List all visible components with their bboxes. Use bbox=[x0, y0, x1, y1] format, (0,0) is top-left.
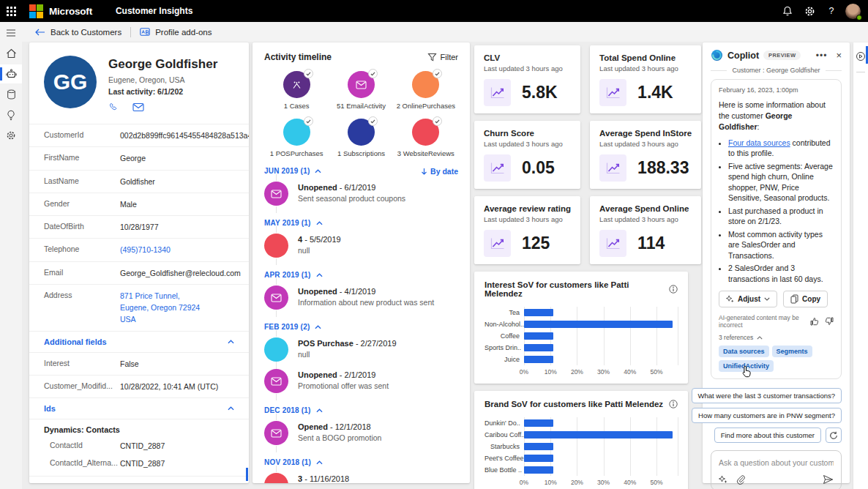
sidebar-item-insights[interactable] bbox=[0, 105, 22, 124]
field-label: Telephone bbox=[44, 244, 120, 253]
kpi-value: 0.05 bbox=[522, 158, 555, 178]
sidebar-item-data[interactable] bbox=[0, 85, 22, 104]
check-badge-icon bbox=[304, 116, 313, 126]
adjust-button[interactable]: Adjust bbox=[719, 291, 777, 307]
field-label: Customer_Modifid... bbox=[44, 381, 120, 390]
category-label: Sports Drin.. bbox=[484, 342, 524, 354]
additional-fields-header[interactable]: Additional fields bbox=[29, 331, 249, 352]
plain-activity-icon[interactable] bbox=[283, 119, 310, 146]
category-label: Dunkin' Do.. bbox=[484, 417, 524, 429]
more-options-icon[interactable]: ••• bbox=[816, 51, 828, 61]
kpi-card: Total Spend OnlineLast updated 3 hours a… bbox=[590, 45, 701, 113]
entry-description: null bbox=[298, 246, 341, 255]
field-value: CNTID_2887 bbox=[120, 440, 165, 452]
activity-summary: 1 Cases51 EmailActivity2 OnlinePurchases… bbox=[264, 71, 458, 157]
id-row: ContactIdCNTID_2887 bbox=[29, 437, 249, 455]
profile-addons-button[interactable]: Profile add-ons bbox=[140, 28, 212, 37]
data-sources-link[interactable]: Four data sources bbox=[728, 138, 790, 147]
home-icon bbox=[6, 48, 17, 59]
account-avatar[interactable] bbox=[845, 4, 861, 19]
back-to-customers-link[interactable]: Back to Customers bbox=[35, 28, 121, 37]
timeline-entry[interactable]: Opened - 12/1/2018Sent a BOGO promotion bbox=[264, 417, 458, 449]
ids-header[interactable]: Ids bbox=[29, 397, 249, 419]
profile-field-row: EmailGeorge_Goldfisher@relecloud.com bbox=[29, 261, 249, 284]
gridline bbox=[656, 307, 657, 365]
copilot-input-box[interactable] bbox=[711, 450, 842, 489]
sidebar-item-settings[interactable] bbox=[0, 126, 22, 145]
attach-paperclip-icon[interactable] bbox=[736, 475, 745, 485]
send-icon[interactable] bbox=[823, 474, 834, 485]
field-value[interactable]: 871 Price Tunnel, Eugene, Oregon 72924 U… bbox=[120, 290, 200, 326]
prompt-sparkle-icon[interactable] bbox=[719, 475, 727, 484]
timeline-month-header[interactable]: MAY 2019 (1) bbox=[264, 219, 458, 227]
timeline-entry[interactable]: Unopened - 2/1/2019Promotional offer was… bbox=[264, 365, 458, 397]
info-icon[interactable] bbox=[669, 285, 678, 294]
month-label: MAY 2019 (1) bbox=[264, 219, 311, 227]
regenerate-icon[interactable] bbox=[826, 428, 842, 443]
activity-type: 51 EmailActivity bbox=[329, 71, 393, 110]
call-icon[interactable] bbox=[108, 102, 119, 113]
left-nav-rail bbox=[0, 22, 22, 489]
microsoft-wordmark: Microsoft bbox=[49, 6, 92, 17]
copy-button[interactable]: Copy bbox=[783, 291, 828, 307]
month-label: NOV 2018 (1) bbox=[264, 458, 311, 466]
plain-activity-icon[interactable] bbox=[412, 119, 439, 146]
suggestion-chip[interactable]: Find more about this customer bbox=[714, 428, 821, 443]
activity-type: 1 Subscriptions bbox=[329, 119, 393, 157]
entry-title: POS Purchase - 2/27/2019 bbox=[298, 337, 397, 348]
copilot-question-input[interactable] bbox=[719, 458, 834, 467]
database-icon bbox=[7, 89, 16, 100]
help-icon[interactable]: ? bbox=[820, 0, 842, 22]
timeline-month-header[interactable]: NOV 2018 (1) bbox=[264, 458, 458, 466]
ids-groups: Dynamics: ContactsContactIdCNTID_2887Con… bbox=[29, 419, 249, 483]
entry-title: Unopened - 4/1/2019 bbox=[298, 285, 434, 296]
x-tick-label: 30% bbox=[597, 368, 610, 376]
activity-type-label: 1 Cases bbox=[284, 102, 310, 110]
sidebar-item-customers[interactable] bbox=[0, 64, 22, 83]
field-value[interactable]: (495)710-1340 bbox=[120, 244, 171, 255]
filter-button[interactable]: Filter bbox=[427, 53, 458, 61]
timeline-entry[interactable]: Unopened - 4/1/2019Information about new… bbox=[264, 282, 458, 313]
reference-chip[interactable]: UnifiedActivity bbox=[719, 360, 774, 372]
timeline-month-header[interactable]: APR 2019 (1) bbox=[264, 271, 458, 279]
plain-activity-icon[interactable] bbox=[348, 119, 375, 146]
profile-field-row: InterestFalse bbox=[29, 352, 249, 375]
field-label: LastName bbox=[44, 176, 120, 185]
close-icon[interactable]: × bbox=[836, 50, 842, 61]
nav-menu-icon[interactable] bbox=[0, 23, 22, 42]
x-tick-label: 40% bbox=[624, 479, 636, 486]
scrollbar-thumb[interactable] bbox=[246, 468, 248, 481]
timeline-entry[interactable]: Unopened - 6/1/2019Sent seasonal product… bbox=[264, 178, 458, 209]
line-chart-icon bbox=[484, 154, 511, 182]
interest-sov-chart-card: Interest SoV for customers like Patti Me… bbox=[474, 272, 688, 384]
cases-activity-icon[interactable] bbox=[283, 71, 310, 98]
suggestion-chip[interactable]: How many customers are in PNW segment? bbox=[692, 408, 842, 423]
settings-gear-icon[interactable] bbox=[798, 0, 820, 22]
timeline-entry[interactable]: POS Purchase - 2/27/2019null bbox=[264, 334, 458, 365]
info-icon[interactable] bbox=[669, 400, 678, 408]
message-bullets: Four data sources contributed to this pr… bbox=[728, 138, 834, 284]
sidebar-item-home[interactable] bbox=[0, 44, 22, 63]
gridline bbox=[577, 417, 577, 476]
timeline-entry[interactable]: 3 - 11/16/2018null bbox=[264, 469, 458, 483]
email-icon[interactable] bbox=[132, 102, 144, 113]
reference-chip[interactable]: Data sources bbox=[719, 346, 769, 357]
notifications-bell-icon[interactable] bbox=[777, 0, 798, 22]
timeline-month-header[interactable]: FEB 2019 (2) bbox=[264, 323, 458, 331]
thumbs-down-icon[interactable] bbox=[825, 317, 834, 326]
sort-by-date-button[interactable]: By date bbox=[421, 167, 458, 176]
suggestion-chip[interactable]: What were the last 3 customer transactio… bbox=[692, 388, 842, 403]
x-tick-label: 10% bbox=[545, 368, 557, 376]
timeline-month-header[interactable]: DEC 2018 (1) bbox=[264, 406, 458, 414]
plain-activity-icon[interactable] bbox=[412, 71, 439, 98]
reference-chip[interactable]: Segments bbox=[772, 346, 812, 357]
references-toggle[interactable]: 3 references bbox=[719, 334, 834, 341]
email-activity-icon[interactable] bbox=[348, 71, 375, 98]
app-launcher-icon[interactable] bbox=[0, 0, 22, 22]
timeline-entry[interactable]: 4 - 5/5/2019null bbox=[264, 230, 458, 261]
copilot-bullet: 2 SalesOrder and 3 transactions in last … bbox=[728, 263, 834, 284]
gridline bbox=[630, 417, 631, 476]
thumbs-up-icon[interactable] bbox=[810, 317, 819, 326]
reference-chips: Data sourcesSegmentsUnifiedActivity bbox=[719, 346, 834, 372]
customers-icon bbox=[6, 69, 17, 79]
